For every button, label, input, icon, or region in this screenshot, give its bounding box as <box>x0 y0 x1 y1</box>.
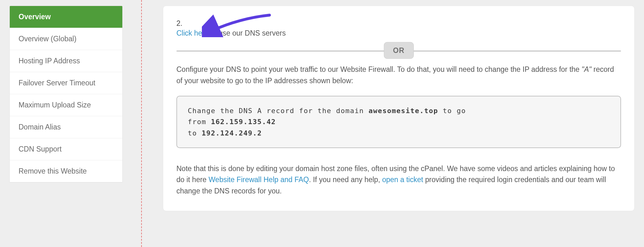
sidebar-item-label: Overview <box>19 13 51 21</box>
sidebar-item-remove-this-website[interactable]: Remove this Website <box>10 160 122 182</box>
sidebar-item-domain-alias[interactable]: Domain Alias <box>10 116 122 138</box>
dns-change-codebox: Change the DNS A record for the domain a… <box>176 96 621 148</box>
sidebar-item-cdn-support[interactable]: CDN Support <box>10 138 122 160</box>
codebox-line2-pre: from <box>188 118 211 126</box>
sidebar-item-maximum-upload-size[interactable]: Maximum Upload Size <box>10 94 122 116</box>
codebox-line3-pre: to <box>188 129 202 137</box>
open-ticket-link[interactable]: open a ticket <box>382 175 423 184</box>
sidebar: Overview Overview (Global) Hosting IP Ad… <box>9 6 123 182</box>
or-pill: OR <box>384 42 414 59</box>
codebox-line-3: to 192.124.249.2 <box>188 128 610 139</box>
sidebar-item-label: Hosting IP Address <box>19 57 80 65</box>
codebox-line1-pre: Change the DNS A record for the domain <box>188 107 369 115</box>
sidebar-item-overview[interactable]: Overview <box>10 6 122 28</box>
sidebar-item-hosting-ip-address[interactable]: Hosting IP Address <box>10 50 122 72</box>
note-part2: . If you need any help, <box>309 175 382 184</box>
sidebar-item-failover-server-timeout[interactable]: Failover Server Timeout <box>10 72 122 94</box>
step-number: 2. <box>176 19 621 28</box>
codebox-from-ip: 162.159.135.42 <box>211 118 276 126</box>
help-faq-link[interactable]: Website Firewall Help and FAQ <box>208 175 309 184</box>
codebox-line-1: Change the DNS A record for the domain a… <box>188 105 610 116</box>
codebox-domain: awesomesite.top <box>369 107 438 115</box>
dns-server-line: Click here to use our DNS servers <box>176 29 621 37</box>
divider-dashed-vertical <box>141 0 142 247</box>
dns-server-tail: to use our DNS servers <box>208 29 286 37</box>
sidebar-item-label: Remove this Website <box>19 167 87 175</box>
codebox-line-2: from 162.159.135.42 <box>188 116 610 127</box>
sidebar-item-label: Maximum Upload Size <box>19 101 91 109</box>
configure-text-1: Configure your DNS to point your web tra… <box>176 65 581 73</box>
codebox-to-ip: 192.124.249.2 <box>202 129 262 137</box>
configure-instructions: Configure your DNS to point your web tra… <box>176 64 621 86</box>
or-separator: OR <box>176 49 621 51</box>
note-paragraph: Note that this is done by editing your d… <box>176 163 621 197</box>
sidebar-item-overview-global[interactable]: Overview (Global) <box>10 28 122 50</box>
sidebar-item-label: Failover Server Timeout <box>19 79 95 87</box>
sidebar-item-label: CDN Support <box>19 145 62 153</box>
click-here-link[interactable]: Click here <box>176 29 208 37</box>
main-panel: 2. Click here to use our DNS servers OR … <box>163 6 635 211</box>
codebox-line1-post: to go <box>438 107 466 115</box>
sidebar-item-label: Domain Alias <box>19 123 61 131</box>
sidebar-item-label: Overview (Global) <box>19 35 76 43</box>
a-record-quote: "A" <box>581 65 591 73</box>
